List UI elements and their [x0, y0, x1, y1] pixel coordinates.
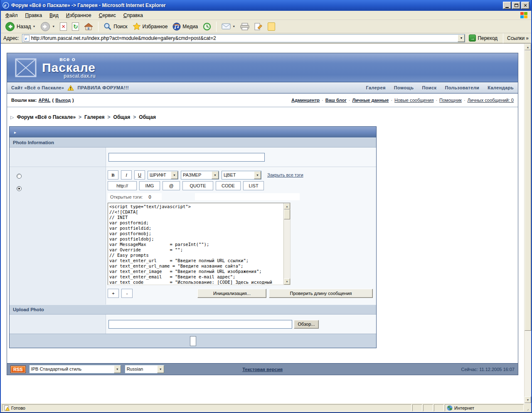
- nav-site-link[interactable]: Сайт «Всё о Паскале»: [11, 85, 64, 90]
- upload-file-input[interactable]: [108, 320, 292, 329]
- back-icon: [5, 22, 15, 32]
- scrollbar-thumb[interactable]: [284, 209, 290, 219]
- edit-button[interactable]: [253, 22, 264, 31]
- mail-button[interactable]: ▼: [220, 22, 237, 31]
- panel-arrow-icon: ▸: [14, 130, 16, 135]
- nav-members-link[interactable]: Пользователи: [445, 85, 479, 90]
- stop-button[interactable]: ✕: [58, 22, 69, 32]
- img-button[interactable]: IMG: [139, 181, 160, 190]
- maximize-button[interactable]: [512, 2, 520, 9]
- scroll-up-icon[interactable]: ▲: [284, 203, 290, 209]
- scroll-down-icon[interactable]: ▼: [284, 278, 290, 285]
- email-button[interactable]: @: [163, 181, 180, 190]
- forward-dropdown-icon[interactable]: ▼: [52, 25, 55, 28]
- print-button[interactable]: [239, 22, 251, 31]
- admin-center-link[interactable]: Админцентр: [291, 98, 320, 103]
- size-select[interactable]: РАЗМЕР ▼: [181, 171, 219, 179]
- rss-button[interactable]: RSS: [10, 366, 26, 373]
- nav-search-link[interactable]: Поиск: [422, 85, 436, 90]
- address-dropdown-button[interactable]: ▼: [458, 34, 465, 42]
- scrollbar-thumb[interactable]: [525, 50, 531, 331]
- discuss-button[interactable]: [266, 22, 277, 32]
- new-messages-link[interactable]: Новые сообщения: [394, 98, 433, 103]
- home-button[interactable]: [82, 22, 95, 32]
- status-panel: [434, 404, 444, 411]
- http-button[interactable]: http://: [108, 181, 137, 190]
- breadcrumb-gallery[interactable]: Галерея: [84, 114, 104, 120]
- breadcrumb-category[interactable]: Общая: [113, 114, 131, 120]
- menu-help[interactable]: Справка: [120, 11, 147, 20]
- go-button[interactable]: → Переход: [467, 34, 499, 42]
- title-label-cell: [10, 148, 106, 167]
- check-length-button[interactable]: Проверить длину сообщения: [269, 289, 373, 298]
- radio-option-2[interactable]: [17, 186, 22, 191]
- size-select-value: РАЗМЕР: [181, 171, 212, 179]
- breadcrumb-forum[interactable]: Форум «Всё о Паскале»: [17, 114, 76, 120]
- text-version-link[interactable]: Текстовая версия: [242, 367, 283, 372]
- skin-select[interactable]: IPB Стандартный стиль ▼: [29, 365, 121, 374]
- textarea-scrollbar[interactable]: ▲ ▼: [283, 203, 290, 285]
- private-messages-link[interactable]: Личных сообщений: 0: [468, 98, 514, 103]
- nav-gallery-link[interactable]: Галерея: [366, 85, 386, 90]
- logo-line2: Паскале: [42, 62, 96, 73]
- search-button[interactable]: Поиск: [102, 22, 129, 32]
- address-input[interactable]: e http://forum.pascal.net.ru/index.php?a…: [22, 34, 466, 42]
- page-icon: e: [24, 35, 30, 42]
- personal-data-link[interactable]: Личные данные: [352, 98, 389, 103]
- vertical-scrollbar[interactable]: ▲ ▼: [524, 44, 531, 403]
- bold-button[interactable]: B: [108, 170, 118, 179]
- decrease-button[interactable]: -: [121, 289, 133, 298]
- radio-option-1[interactable]: [17, 174, 22, 179]
- history-button[interactable]: [201, 22, 213, 32]
- board-footer: RSS IPB Стандартный стиль ▼ Russian ▼ Те…: [7, 363, 518, 375]
- scroll-up-icon[interactable]: ▲: [525, 44, 531, 50]
- upload-photo-header: Upload Photo: [10, 305, 376, 315]
- increase-button[interactable]: +: [108, 289, 119, 298]
- form-title-bar: ▸: [10, 127, 376, 138]
- menu-view[interactable]: Вид: [46, 11, 62, 20]
- browse-button[interactable]: Обзор...: [294, 320, 319, 329]
- menu-favorites[interactable]: Избранное: [62, 11, 95, 20]
- menu-edit[interactable]: Правка: [22, 11, 46, 20]
- message-textarea[interactable]: <script type="text/javascript"> //<![CDA…: [108, 203, 291, 285]
- refresh-button[interactable]: ↻: [70, 22, 81, 32]
- your-blog-link[interactable]: Ваш блог: [325, 98, 347, 103]
- initialize-button[interactable]: Инициализация...: [197, 289, 266, 298]
- close-button[interactable]: ✕: [521, 2, 530, 9]
- scroll-down-icon[interactable]: ▼: [525, 396, 531, 403]
- back-button[interactable]: Назад ▼: [3, 21, 37, 32]
- photo-title-input[interactable]: [108, 153, 265, 162]
- nav-help-link[interactable]: Помощь: [394, 85, 414, 90]
- menu-file[interactable]: Файл: [2, 11, 22, 20]
- color-select[interactable]: ЦВЕТ ▼: [222, 171, 261, 179]
- message-text[interactable]: <script type="text/javascript"> //<![CDA…: [108, 203, 283, 285]
- mail-dropdown-icon[interactable]: ▼: [232, 25, 235, 28]
- menu-tools[interactable]: Сервис: [95, 11, 120, 20]
- back-dropdown-icon[interactable]: ▼: [32, 25, 35, 28]
- minimize-button[interactable]: [503, 2, 511, 9]
- nav-calendar-link[interactable]: Календарь: [488, 85, 514, 90]
- underline-button[interactable]: U: [134, 170, 145, 179]
- username-link[interactable]: APAL: [38, 98, 50, 103]
- quote-button[interactable]: QUOTE: [182, 181, 213, 190]
- close-all-tags-link[interactable]: Закрыть все тэги: [267, 172, 303, 177]
- forward-button[interactable]: ▼: [39, 21, 57, 32]
- media-button[interactable]: Медиа: [171, 22, 200, 32]
- code-button[interactable]: CODE: [216, 181, 241, 190]
- list-button[interactable]: LIST: [243, 181, 264, 190]
- warning-icon: [67, 85, 74, 91]
- resize-grip[interactable]: [525, 404, 530, 411]
- italic-button[interactable]: I: [121, 170, 132, 179]
- nav-rules-link[interactable]: ПРАВИЛА ФОРУМА!!!: [77, 85, 129, 90]
- assistant-link[interactable]: Помощник: [439, 98, 462, 103]
- home-icon: [84, 22, 93, 31]
- language-select[interactable]: Russian ▼: [125, 365, 165, 374]
- forum-header-banner[interactable]: все о Паскале pascal.dax.ru: [7, 53, 518, 82]
- logout-link[interactable]: Выход: [55, 98, 71, 103]
- browser-window: e Форум «Всё о Паскале» -> Галерея - Mic…: [0, 0, 532, 413]
- font-select[interactable]: ШРИФТ ▼: [148, 171, 178, 179]
- links-bar[interactable]: Ссылки »: [507, 35, 530, 41]
- favorites-button[interactable]: Избранное: [131, 22, 170, 32]
- breadcrumb-album[interactable]: Общая: [139, 114, 156, 120]
- status-message-panel: Готово: [2, 404, 411, 411]
